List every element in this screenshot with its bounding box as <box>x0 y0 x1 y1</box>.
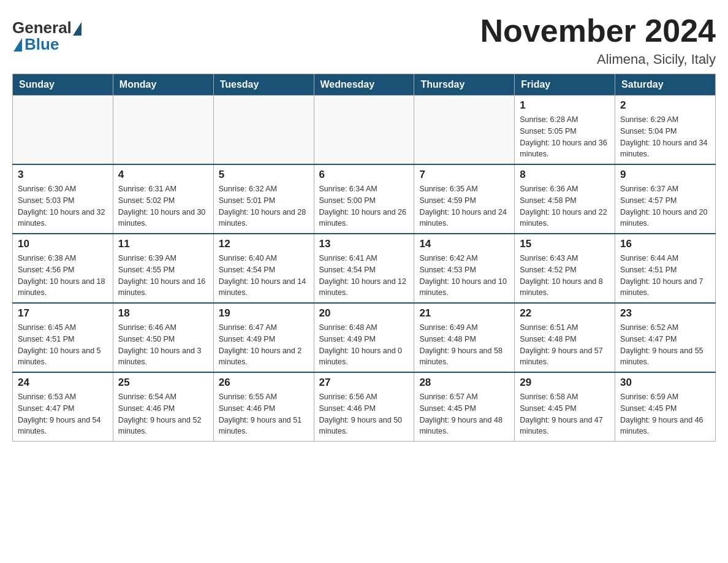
day-number: 4 <box>118 169 208 181</box>
day-info-line: Sunset: 4:47 PM <box>620 335 677 343</box>
day-number: 17 <box>18 307 108 320</box>
day-number: 3 <box>18 169 108 181</box>
calendar-cell: 22Sunrise: 6:51 AMSunset: 4:48 PMDayligh… <box>515 303 615 372</box>
day-info-line: Sunset: 4:45 PM <box>520 404 576 413</box>
day-info-line: Daylight: 10 hours and 3 minutes. <box>118 347 202 367</box>
day-info-line: Daylight: 10 hours and 2 minutes. <box>219 347 302 367</box>
day-info: Sunrise: 6:29 AMSunset: 5:04 PMDaylight:… <box>620 114 710 160</box>
day-number: 2 <box>620 99 710 112</box>
day-number: 8 <box>520 169 610 181</box>
calendar-week-1: 1Sunrise: 6:28 AMSunset: 5:05 PMDaylight… <box>13 96 716 165</box>
day-info-line: Sunrise: 6:54 AM <box>118 393 176 401</box>
day-info-line: Daylight: 10 hours and 5 minutes. <box>18 347 101 367</box>
calendar-cell: 25Sunrise: 6:54 AMSunset: 4:46 PMDayligh… <box>113 372 213 442</box>
day-info: Sunrise: 6:56 AMSunset: 4:46 PMDaylight:… <box>319 391 409 437</box>
calendar-cell: 1Sunrise: 6:28 AMSunset: 5:05 PMDaylight… <box>515 96 615 165</box>
calendar-cell: 19Sunrise: 6:47 AMSunset: 4:49 PMDayligh… <box>213 303 314 372</box>
day-info: Sunrise: 6:40 AMSunset: 4:54 PMDaylight:… <box>219 253 309 299</box>
weekday-header-thursday: Thursday <box>414 74 515 96</box>
day-info-line: Sunset: 5:03 PM <box>18 196 74 205</box>
day-info-line: Sunrise: 6:34 AM <box>319 185 377 193</box>
day-number: 1 <box>520 99 610 112</box>
day-number: 19 <box>219 307 309 320</box>
day-info-line: Sunset: 4:45 PM <box>419 404 476 413</box>
page-header: General Blue November 2024 Alimena, Sici… <box>12 12 716 67</box>
day-info-line: Sunrise: 6:30 AM <box>18 185 76 193</box>
calendar-cell: 30Sunrise: 6:59 AMSunset: 4:45 PMDayligh… <box>615 372 716 442</box>
calendar-cell: 14Sunrise: 6:42 AMSunset: 4:53 PMDayligh… <box>414 234 515 303</box>
day-info-line: Sunrise: 6:55 AM <box>219 393 277 401</box>
day-info-line: Sunrise: 6:48 AM <box>319 323 377 332</box>
day-info-line: Daylight: 9 hours and 48 minutes. <box>419 416 502 436</box>
day-info-line: Sunset: 4:47 PM <box>18 404 74 413</box>
day-info-line: Daylight: 10 hours and 32 minutes. <box>18 208 105 228</box>
weekday-header-sunday: Sunday <box>13 74 113 96</box>
day-info-line: Daylight: 10 hours and 10 minutes. <box>419 277 506 297</box>
day-info: Sunrise: 6:57 AMSunset: 4:45 PMDaylight:… <box>419 391 509 437</box>
day-info: Sunrise: 6:59 AMSunset: 4:45 PMDaylight:… <box>620 391 710 437</box>
day-info-line: Daylight: 9 hours and 54 minutes. <box>18 416 101 436</box>
day-info-line: Sunrise: 6:29 AM <box>620 115 678 124</box>
day-info: Sunrise: 6:42 AMSunset: 4:53 PMDaylight:… <box>419 253 509 299</box>
day-info-line: Daylight: 10 hours and 28 minutes. <box>219 208 306 228</box>
calendar-cell: 5Sunrise: 6:32 AMSunset: 5:01 PMDaylight… <box>213 164 314 234</box>
title-section: November 2024 Alimena, Sicily, Italy <box>480 12 716 67</box>
calendar-cell: 2Sunrise: 6:29 AMSunset: 5:04 PMDaylight… <box>615 96 716 165</box>
calendar-cell: 13Sunrise: 6:41 AMSunset: 4:54 PMDayligh… <box>314 234 414 303</box>
day-info-line: Sunset: 4:49 PM <box>219 335 275 343</box>
day-info: Sunrise: 6:54 AMSunset: 4:46 PMDaylight:… <box>118 391 208 437</box>
calendar-cell: 24Sunrise: 6:53 AMSunset: 4:47 PMDayligh… <box>13 372 113 442</box>
day-number: 22 <box>520 307 610 320</box>
calendar-table: SundayMondayTuesdayWednesdayThursdayFrid… <box>12 74 716 442</box>
day-info-line: Sunrise: 6:35 AM <box>419 185 477 193</box>
logo-blue-text: Blue <box>25 35 59 54</box>
day-info: Sunrise: 6:39 AMSunset: 4:55 PMDaylight:… <box>118 253 208 299</box>
calendar-cell: 21Sunrise: 6:49 AMSunset: 4:48 PMDayligh… <box>414 303 515 372</box>
day-info-line: Sunrise: 6:46 AM <box>118 323 176 332</box>
day-info-line: Daylight: 10 hours and 7 minutes. <box>620 277 703 297</box>
day-info-line: Sunset: 4:53 PM <box>419 266 476 274</box>
day-info: Sunrise: 6:31 AMSunset: 5:02 PMDaylight:… <box>118 183 208 229</box>
day-info-line: Sunset: 4:45 PM <box>620 404 677 413</box>
day-info-line: Daylight: 10 hours and 14 minutes. <box>219 277 306 297</box>
calendar-cell: 6Sunrise: 6:34 AMSunset: 5:00 PMDaylight… <box>314 164 414 234</box>
day-number: 28 <box>419 377 509 389</box>
calendar-cell: 17Sunrise: 6:45 AMSunset: 4:51 PMDayligh… <box>13 303 113 372</box>
day-info-line: Sunset: 5:02 PM <box>118 196 175 205</box>
day-number: 24 <box>18 377 108 389</box>
day-info-line: Daylight: 10 hours and 22 minutes. <box>520 208 607 228</box>
day-number: 29 <box>520 377 610 389</box>
day-info-line: Sunrise: 6:45 AM <box>18 323 76 332</box>
day-info: Sunrise: 6:47 AMSunset: 4:49 PMDaylight:… <box>219 322 309 368</box>
day-info-line: Daylight: 10 hours and 0 minutes. <box>319 347 403 367</box>
day-number: 30 <box>620 377 710 389</box>
day-info: Sunrise: 6:49 AMSunset: 4:48 PMDaylight:… <box>419 322 509 368</box>
day-info-line: Sunrise: 6:37 AM <box>620 185 678 193</box>
calendar-cell: 29Sunrise: 6:58 AMSunset: 4:45 PMDayligh… <box>515 372 615 442</box>
day-info: Sunrise: 6:44 AMSunset: 4:51 PMDaylight:… <box>620 253 710 299</box>
day-info: Sunrise: 6:34 AMSunset: 5:00 PMDaylight:… <box>319 183 409 229</box>
day-info-line: Daylight: 9 hours and 57 minutes. <box>520 347 603 367</box>
day-info-line: Sunset: 4:48 PM <box>419 335 476 343</box>
day-info: Sunrise: 6:53 AMSunset: 4:47 PMDaylight:… <box>18 391 108 437</box>
day-number: 11 <box>118 238 208 250</box>
day-info: Sunrise: 6:41 AMSunset: 4:54 PMDaylight:… <box>319 253 409 299</box>
day-number: 6 <box>319 169 409 181</box>
day-info-line: Sunrise: 6:57 AM <box>419 393 477 401</box>
day-number: 15 <box>520 238 610 250</box>
day-info-line: Sunset: 5:00 PM <box>319 196 376 205</box>
day-info: Sunrise: 6:43 AMSunset: 4:52 PMDaylight:… <box>520 253 610 299</box>
day-info-line: Sunrise: 6:58 AM <box>520 393 578 401</box>
day-number: 9 <box>620 169 710 181</box>
day-info-line: Sunrise: 6:42 AM <box>419 254 477 262</box>
day-info-line: Daylight: 10 hours and 20 minutes. <box>620 208 707 228</box>
calendar-cell: 7Sunrise: 6:35 AMSunset: 4:59 PMDaylight… <box>414 164 515 234</box>
day-number: 7 <box>419 169 509 181</box>
day-info-line: Sunset: 4:54 PM <box>219 266 275 274</box>
day-info-line: Sunset: 4:58 PM <box>520 196 576 205</box>
calendar-week-2: 3Sunrise: 6:30 AMSunset: 5:03 PMDaylight… <box>13 164 716 234</box>
calendar-week-5: 24Sunrise: 6:53 AMSunset: 4:47 PMDayligh… <box>13 372 716 442</box>
day-number: 21 <box>419 307 509 320</box>
day-number: 23 <box>620 307 710 320</box>
day-info-line: Sunset: 4:59 PM <box>419 196 476 205</box>
